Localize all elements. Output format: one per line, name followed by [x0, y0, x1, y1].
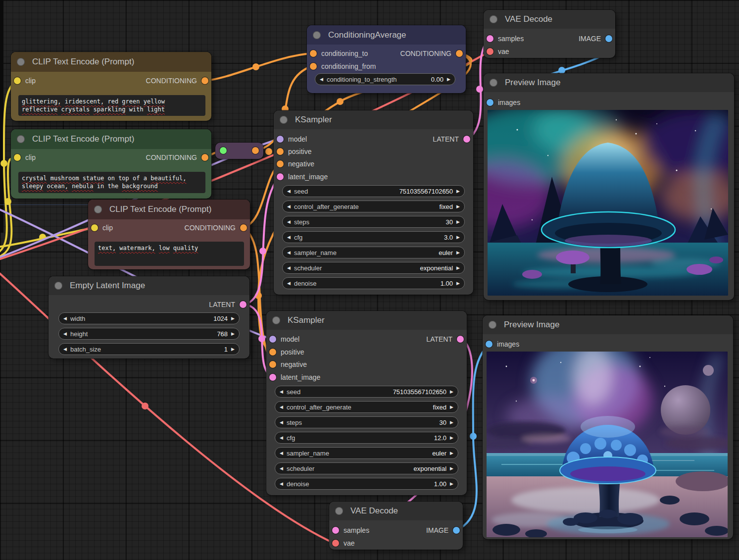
decrement-arrow-icon[interactable]: ◀: [280, 420, 283, 425]
collapse-dot[interactable]: [17, 135, 25, 143]
decrement-arrow-icon[interactable]: ◀: [63, 316, 67, 321]
node-header[interactable]: Preview Image: [483, 315, 733, 334]
input-slot-positive[interactable]: positive: [277, 146, 311, 157]
conditioning-slot-dot[interactable]: [201, 154, 208, 161]
decrement-arrow-icon[interactable]: ◀: [320, 77, 323, 82]
decrement-arrow-icon[interactable]: ◀: [280, 466, 283, 471]
model-slot-dot[interactable]: [277, 136, 284, 143]
clip-slot-dot[interactable]: [14, 154, 21, 161]
node-clip-text-encode-positive-style[interactable]: CLIP Text Encode (Prompt) clip CONDITION…: [11, 52, 211, 121]
increment-arrow-icon[interactable]: ▶: [447, 77, 450, 82]
collapse-dot[interactable]: [94, 205, 102, 213]
increment-arrow-icon[interactable]: ▶: [231, 347, 235, 352]
increment-arrow-icon[interactable]: ▶: [456, 251, 460, 255]
increment-arrow-icon[interactable]: ▶: [450, 405, 453, 409]
decrement-arrow-icon[interactable]: ◀: [280, 390, 283, 394]
input-slot-clip[interactable]: clip: [14, 75, 36, 86]
reroute-input-dot[interactable]: [220, 147, 227, 154]
node-header[interactable]: CLIP Text Encode (Prompt): [11, 129, 211, 149]
input-slot-samples[interactable]: samples: [487, 33, 524, 44]
output-slot-latent[interactable]: LATENT: [433, 134, 470, 145]
widget-denoise[interactable]: ◀denoise1.00▶: [282, 277, 465, 289]
widget-cfg[interactable]: ◀cfg12.0▶: [275, 432, 458, 444]
increment-arrow-icon[interactable]: ▶: [456, 204, 460, 209]
collapse-dot[interactable]: [335, 507, 343, 515]
node-header[interactable]: Empty Latent Image: [49, 276, 249, 295]
widget-width[interactable]: ◀width1024▶: [58, 312, 240, 324]
conditioning-slot-dot[interactable]: [269, 361, 276, 368]
node-graph-canvas[interactable]: CLIP Text Encode (Prompt) clip CONDITION…: [0, 0, 739, 560]
node-clip-text-encode-subject[interactable]: CLIP Text Encode (Prompt) clip CONDITION…: [11, 129, 211, 199]
increment-arrow-icon[interactable]: ▶: [450, 390, 453, 394]
widget-steps[interactable]: ◀steps30▶: [275, 416, 458, 428]
node-conditioning-average[interactable]: ConditioningAverage conditioning_to COND…: [307, 25, 466, 93]
increment-arrow-icon[interactable]: ▶: [450, 451, 453, 456]
widget-control-after-generate[interactable]: ◀control_after_generatefixed▶: [282, 201, 465, 212]
collapse-dot[interactable]: [489, 321, 496, 329]
latent-slot-dot[interactable]: [269, 374, 276, 381]
collapse-dot[interactable]: [17, 58, 25, 66]
latent-slot-dot[interactable]: [332, 527, 339, 534]
output-slot-conditioning[interactable]: CONDITIONING: [400, 48, 463, 59]
output-slot-image[interactable]: IMAGE: [426, 525, 460, 536]
increment-arrow-icon[interactable]: ▶: [450, 482, 453, 486]
increment-arrow-icon[interactable]: ▶: [450, 436, 453, 440]
prompt-textarea[interactable]: text, watermark, low quality: [95, 242, 244, 266]
conditioning-slot-dot[interactable]: [310, 50, 317, 57]
output-slot-conditioning[interactable]: CONDITIONING: [146, 152, 208, 163]
decrement-arrow-icon[interactable]: ◀: [287, 281, 291, 286]
input-slot-negative[interactable]: negative: [269, 359, 307, 370]
conditioning-slot-dot[interactable]: [456, 50, 463, 57]
decrement-arrow-icon[interactable]: ◀: [280, 451, 283, 456]
increment-arrow-icon[interactable]: ▶: [456, 235, 460, 240]
increment-arrow-icon[interactable]: ▶: [456, 266, 460, 270]
conditioning-slot-dot[interactable]: [269, 349, 276, 356]
widget-steps[interactable]: ◀steps30▶: [282, 216, 465, 228]
input-slot-model[interactable]: model: [269, 334, 299, 345]
decrement-arrow-icon[interactable]: ◀: [287, 251, 291, 255]
decrement-arrow-icon[interactable]: ◀: [287, 235, 291, 240]
model-slot-dot[interactable]: [269, 336, 276, 343]
decrement-arrow-icon[interactable]: ◀: [63, 332, 67, 336]
increment-arrow-icon[interactable]: ▶: [450, 420, 453, 425]
widget-sampler-name[interactable]: ◀sampler_nameeuler▶: [282, 247, 465, 258]
widget-scheduler[interactable]: ◀schedulerexponential▶: [282, 262, 465, 274]
output-slot-image[interactable]: IMAGE: [579, 33, 612, 44]
node-ksampler-1[interactable]: KSampler model LATENT positive negative …: [274, 110, 473, 295]
collapse-dot[interactable]: [490, 15, 497, 23]
image-slot-dot[interactable]: [487, 99, 493, 106]
node-preview-image-2[interactable]: Preview Image images: [483, 315, 733, 539]
input-slot-clip[interactable]: clip: [14, 152, 36, 163]
widget-sampler-name[interactable]: ◀sampler_nameeuler▶: [275, 447, 458, 459]
decrement-arrow-icon[interactable]: ◀: [280, 405, 283, 409]
image-slot-dot[interactable]: [453, 527, 460, 534]
increment-arrow-icon[interactable]: ▶: [456, 220, 460, 224]
output-slot-latent[interactable]: LATENT: [426, 334, 464, 345]
output-slot-conditioning[interactable]: CONDITIONING: [146, 75, 208, 86]
widget-seed[interactable]: ◀seed751035567102650▶: [282, 185, 465, 197]
node-header[interactable]: Preview Image: [484, 73, 734, 92]
node-header[interactable]: VAE Decode: [484, 10, 615, 29]
node-header[interactable]: CLIP Text Encode (Prompt): [11, 52, 211, 72]
input-slot-negative[interactable]: negative: [277, 158, 314, 169]
latent-slot-dot[interactable]: [240, 301, 246, 308]
increment-arrow-icon[interactable]: ▶: [450, 466, 453, 471]
decrement-arrow-icon[interactable]: ◀: [287, 266, 291, 270]
node-reroute[interactable]: [215, 143, 263, 159]
widget-batch-size[interactable]: ◀batch_size1▶: [58, 343, 240, 355]
input-slot-model[interactable]: model: [277, 134, 307, 145]
node-clip-text-encode-negative[interactable]: CLIP Text Encode (Prompt) clip CONDITION…: [88, 200, 250, 269]
node-header[interactable]: KSampler: [266, 311, 467, 330]
input-slot-clip[interactable]: clip: [91, 222, 113, 233]
latent-slot-dot[interactable]: [463, 136, 470, 143]
collapse-dot[interactable]: [280, 116, 288, 124]
conditioning-slot-dot[interactable]: [277, 160, 284, 167]
conditioning-slot-dot[interactable]: [201, 77, 208, 84]
reroute-output-dot[interactable]: [252, 147, 259, 154]
image-slot-dot[interactable]: [486, 341, 493, 348]
node-header[interactable]: KSampler: [274, 110, 473, 129]
input-slot-vae[interactable]: vae: [487, 46, 509, 57]
widget-scheduler[interactable]: ◀schedulerexponential▶: [275, 462, 458, 474]
node-ksampler-2[interactable]: KSampler model LATENT positive negative …: [266, 311, 467, 495]
collapse-dot[interactable]: [272, 316, 280, 324]
